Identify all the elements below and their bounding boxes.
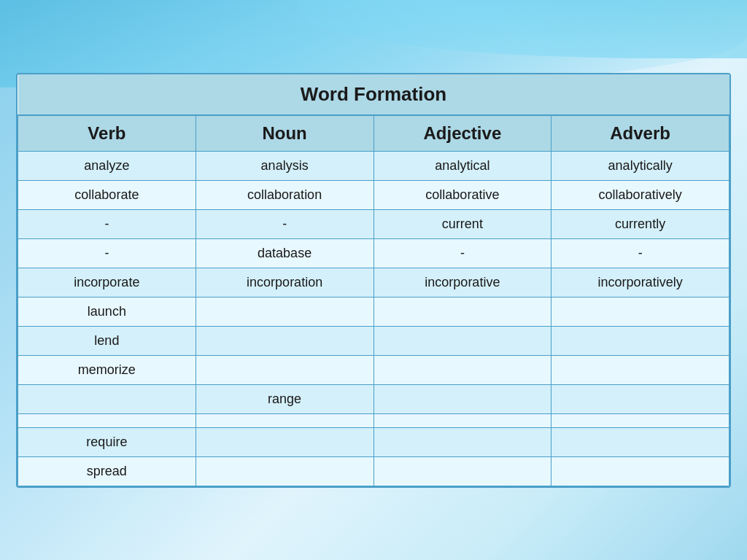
cell-verb: spread	[18, 456, 196, 486]
table-row: memorize	[18, 355, 729, 384]
cell-adverb: currently	[551, 209, 729, 238]
cell-verb: -	[18, 209, 196, 238]
cell-adverb: incorporatively	[551, 268, 729, 297]
cell-adjective	[374, 297, 551, 326]
cell-adverb	[551, 456, 729, 486]
table-row: analyzeanalysisanalyticalanalytically	[18, 151, 729, 180]
table-row: --currentcurrently	[18, 209, 729, 238]
cell-noun	[196, 326, 374, 355]
cell-adjective	[374, 384, 551, 413]
header-noun: Noun	[196, 115, 374, 152]
cell-verb: require	[18, 427, 196, 456]
table-title: Word Formation	[18, 74, 729, 115]
cell-adjective	[374, 427, 551, 456]
cell-noun	[196, 297, 374, 326]
cell-adjective: collaborative	[374, 180, 551, 209]
cell-verb: incorporate	[18, 268, 196, 297]
table-row: require	[18, 427, 729, 456]
table-row: range	[18, 384, 729, 413]
cell-verb: collaborate	[18, 180, 196, 209]
cell-noun: collaboration	[196, 180, 374, 209]
cell-adjective: incorporative	[374, 268, 551, 297]
cell-adverb	[551, 413, 729, 427]
cell-adverb: -	[551, 238, 729, 268]
cell-adjective: current	[374, 209, 551, 238]
cell-verb: lend	[18, 326, 196, 355]
cell-noun: analysis	[196, 151, 374, 180]
cell-verb: analyze	[18, 151, 196, 180]
cell-adjective: -	[374, 238, 551, 268]
table-row: lend	[18, 326, 729, 355]
word-formation-table: Word Formation Verb Noun Adjective Adver…	[16, 73, 731, 488]
cell-adjective	[374, 326, 551, 355]
cell-adverb: analytically	[551, 151, 729, 180]
header-adverb: Adverb	[551, 115, 729, 152]
cell-noun	[196, 413, 374, 427]
cell-noun: -	[196, 209, 374, 238]
cell-noun: database	[196, 238, 374, 268]
table-row: launch	[18, 297, 729, 326]
cell-noun	[196, 355, 374, 384]
table-row: -database--	[18, 238, 729, 268]
cell-verb	[18, 384, 196, 413]
cell-verb: launch	[18, 297, 196, 326]
cell-verb: memorize	[18, 355, 196, 384]
table-row: spread	[18, 456, 729, 486]
cell-noun	[196, 456, 374, 486]
header-verb: Verb	[18, 115, 196, 152]
table-row	[18, 413, 729, 427]
header-adjective: Adjective	[374, 115, 551, 152]
table-row: collaboratecollaborationcollaborativecol…	[18, 180, 729, 209]
cell-adverb	[551, 355, 729, 384]
cell-adjective	[374, 355, 551, 384]
table-row: incorporateincorporationincorporativeinc…	[18, 268, 729, 297]
cell-noun	[196, 427, 374, 456]
cell-verb	[18, 413, 196, 427]
cell-adverb	[551, 297, 729, 326]
cell-noun: range	[196, 384, 374, 413]
cell-adjective	[374, 456, 551, 486]
cell-adjective: analytical	[374, 151, 551, 180]
header-row: Verb Noun Adjective Adverb	[18, 115, 729, 152]
cell-adjective	[374, 413, 551, 427]
cell-noun: incorporation	[196, 268, 374, 297]
cell-adverb	[551, 384, 729, 413]
cell-adverb	[551, 326, 729, 355]
cell-adverb	[551, 427, 729, 456]
title-row: Word Formation	[18, 74, 729, 115]
cell-verb: -	[18, 238, 196, 268]
cell-adverb: collaboratively	[551, 180, 729, 209]
